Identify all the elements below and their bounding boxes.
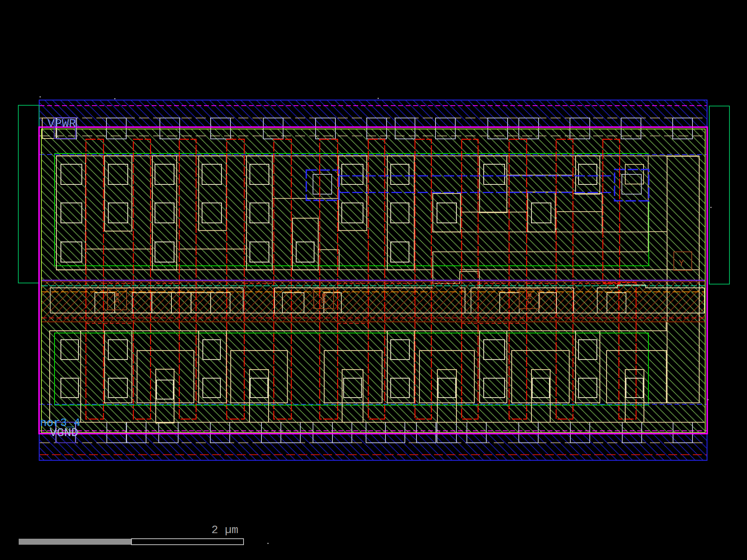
- svg-text:VPWR: VPWR: [47, 117, 76, 131]
- svg-text:B: B: [321, 296, 326, 306]
- svg-text:A: A: [115, 297, 120, 306]
- svg-text:VGND: VGND: [50, 426, 78, 440]
- svg-text:2 µm: 2 µm: [211, 524, 238, 536]
- svg-text:Y: Y: [679, 258, 684, 268]
- svg-text:C: C: [527, 296, 532, 306]
